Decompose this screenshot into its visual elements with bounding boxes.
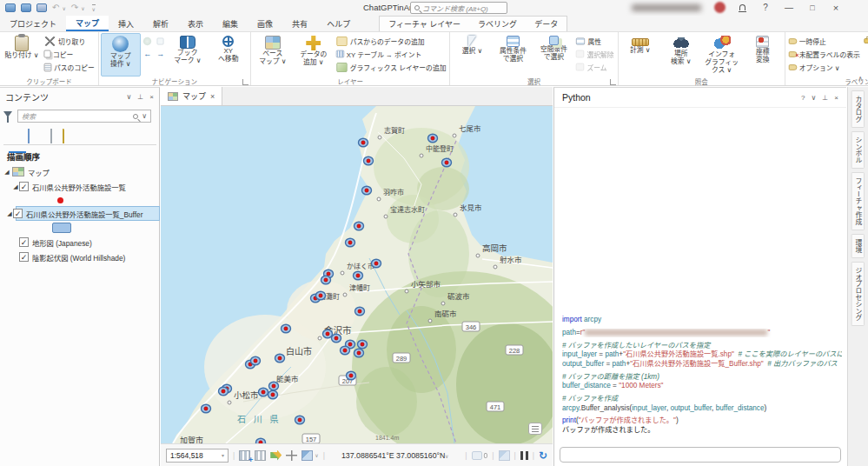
button-インフォグラフィックス[interactable]: インフォ グラフィックス ∨ <box>702 33 742 77</box>
minimize-icon[interactable]: — <box>783 2 795 14</box>
labeling-tab-icon[interactable] <box>63 130 64 143</box>
button-座標変換[interactable]: 座標 変換 <box>743 33 783 77</box>
button-属性[interactable]: 属性 <box>574 35 615 47</box>
previous-extent-icon[interactable]: ← <box>142 48 154 59</box>
contents-search-input[interactable]: 検索 ∨ <box>17 110 151 123</box>
button-XYへ移動[interactable]: XY へ移動 <box>209 33 248 77</box>
map-navigator-icon[interactable] <box>528 423 542 435</box>
full-extent-icon[interactable] <box>142 36 154 47</box>
map-view-tab[interactable]: マップ × <box>161 87 222 105</box>
pin-icon[interactable]: ⊥ <box>137 93 143 101</box>
command-search-input[interactable]: コマンド検索 (Alt+Q) <box>410 2 507 14</box>
chevron-down-icon[interactable]: ∨ <box>812 94 817 102</box>
chevron-down-icon[interactable]: ∨ <box>142 112 147 120</box>
button-パスのコピー[interactable]: パスのコピー <box>43 61 96 73</box>
ribbon-tab-表示[interactable]: 表示 <box>178 16 213 31</box>
selection-count-icon[interactable]: 0 <box>472 451 488 460</box>
help-icon[interactable]: ? <box>801 94 805 102</box>
redo-chevron-icon[interactable]: ∨ <box>81 5 84 11</box>
expander-icon[interactable]: ◢ <box>6 210 13 217</box>
ribbon-tab-画像[interactable]: 画像 <box>248 16 282 31</box>
coordinates-readout[interactable]: 137.0886541°E 37.0085160°N ∨ <box>329 451 461 460</box>
contextual-tab-ラベリング[interactable]: ラベリング <box>469 17 526 31</box>
scale-combobox[interactable]: 1:564,518 ▾ <box>166 449 229 463</box>
fixed-zoom-icon[interactable] <box>155 36 167 47</box>
tree-item-layer[interactable]: ✓地形図 (Japanese) <box>0 235 160 250</box>
dialog-launcher-icon[interactable] <box>242 79 248 85</box>
expander-icon[interactable]: ◢ <box>3 169 10 176</box>
ribbon-tab-ヘルプ[interactable]: ヘルプ <box>317 16 360 31</box>
button-空間条件で選択[interactable]: 空間条件 で選択 <box>533 33 573 77</box>
chevron-down-icon[interactable]: ∨ <box>315 452 318 458</box>
tree-item-map[interactable]: ◢マップ <box>0 164 160 179</box>
tree-item-layer[interactable]: ◢✓石川県公共野外活動施設一覧 <box>0 179 160 194</box>
button-マップ操作[interactable]: マップ 操作 ∨ <box>101 33 141 77</box>
restore-icon[interactable]: □ <box>806 2 818 14</box>
dialog-launcher-icon[interactable] <box>610 79 616 85</box>
add-to-map-icon[interactable] <box>239 450 250 461</box>
save-as-icon[interactable] <box>36 3 47 12</box>
account-name[interactable] <box>632 4 701 11</box>
symbol-polygon[interactable] <box>0 221 160 235</box>
close-icon[interactable]: × <box>834 94 838 102</box>
python-code[interactable]: import arcpypath=r""# バッファを作成したいレイヤーのパスを… <box>562 316 842 435</box>
open-project-icon[interactable] <box>5 3 16 12</box>
pause-drawing-icon[interactable] <box>520 451 528 460</box>
dock-tab-シンボル[interactable]: シンボル <box>851 131 865 169</box>
button-選択[interactable]: 選択 ∨ <box>452 33 492 77</box>
overview-window-icon[interactable] <box>499 450 510 461</box>
dock-tab-ジオプロセシング[interactable]: ジオプロセシング <box>851 262 865 326</box>
layer-checkbox[interactable]: ✓ <box>19 182 29 191</box>
ribbon-tab-マップ[interactable]: マップ <box>66 16 109 31</box>
filter-icon[interactable] <box>3 111 12 117</box>
button-一時停止[interactable]: 一時停止 <box>787 35 862 47</box>
undo-icon[interactable]: ↶ <box>52 3 59 12</box>
button-計測[interactable]: 計測 ∨ <box>620 33 660 77</box>
button-未配置ラベルの表示[interactable]: 未配置ラベルの表示 <box>787 48 862 60</box>
button-オプション[interactable]: オプション ∨ <box>787 61 862 73</box>
close-icon[interactable]: × <box>830 2 842 14</box>
redo-icon[interactable]: ↷ <box>71 3 78 12</box>
pin-icon[interactable]: ⊥ <box>822 94 828 102</box>
notifications-icon[interactable] <box>736 2 748 14</box>
button-XY テーブル → ポイント[interactable]: XY テーブル → ポイント <box>335 48 448 60</box>
chevron-down-icon[interactable]: ∨ <box>127 93 132 101</box>
button-グラフィックス レイヤーの追加[interactable]: グラフィックス レイヤーの追加 <box>335 61 448 73</box>
dock-tab-フィーチャ作成[interactable]: フィーチャ作成 <box>851 172 865 230</box>
layer-checkbox[interactable]: ✓ <box>19 237 29 247</box>
button-選択解除[interactable]: 選択解除 <box>574 48 615 60</box>
tree-item-layer[interactable]: ◢✓石川県公共野外活動施設一覧_Buffer <box>16 206 160 221</box>
save-project-icon[interactable] <box>21 3 31 12</box>
button-ベースマップ[interactable]: ベース マップ ∨ <box>253 33 293 77</box>
button-コピー[interactable]: コピー <box>43 48 96 60</box>
dock-tab-環境[interactable]: 環境 <box>851 234 865 258</box>
python-prompt-input[interactable] <box>560 447 841 463</box>
button-ズーム[interactable]: ズーム <box>574 61 615 73</box>
button-パスからのデータの追加[interactable]: パスからのデータの追加 <box>335 35 448 47</box>
undo-chevron-icon[interactable]: ∨ <box>62 5 65 11</box>
refresh-icon[interactable]: ↻ <box>539 449 547 462</box>
close-icon[interactable]: × <box>149 93 154 101</box>
collapse-ribbon-icon[interactable]: ∧ <box>858 75 863 83</box>
flash-icon[interactable] <box>301 450 313 461</box>
customize-qat-icon[interactable]: ∨ <box>92 4 96 12</box>
layer-checkbox[interactable]: ✓ <box>13 209 23 218</box>
button-データの追加[interactable]: データの 追加 ∨ <box>294 33 334 77</box>
expander-icon[interactable]: ◢ <box>12 183 19 190</box>
next-extent-icon[interactable]: → <box>155 48 167 59</box>
selection-tab-icon[interactable] <box>28 130 30 143</box>
ribbon-tab-挿入[interactable]: 挿入 <box>109 16 143 31</box>
ribbon-tab-共有[interactable]: 共有 <box>282 16 317 31</box>
map-canvas[interactable]: 志賀町七尾市中能登町羽咋市宝達志水町氷見市高岡市射水市かほく市津幡町小矢部市砺波… <box>161 106 553 443</box>
tree-item-layer[interactable]: ✓陰影起伏図 (World Hillshade) <box>0 250 160 264</box>
ribbon-tab-プロジェクト[interactable]: プロジェクト <box>0 16 66 31</box>
attribute-table-icon[interactable] <box>255 450 266 461</box>
close-icon[interactable]: × <box>210 92 215 101</box>
button-場所検索[interactable]: 場所 検索 ∨ <box>661 33 701 77</box>
contextual-tab-フィーチャ レイヤー[interactable]: フィーチャ レイヤー <box>380 17 469 31</box>
dock-tab-カタログ[interactable]: カタログ <box>851 90 865 128</box>
button-貼り付け[interactable]: 貼り付け ∨ <box>2 33 42 77</box>
button-切り取り[interactable]: 切り取り <box>43 35 96 47</box>
symbol-point[interactable] <box>0 194 160 206</box>
button-ロック[interactable]: ロック <box>863 35 868 47</box>
